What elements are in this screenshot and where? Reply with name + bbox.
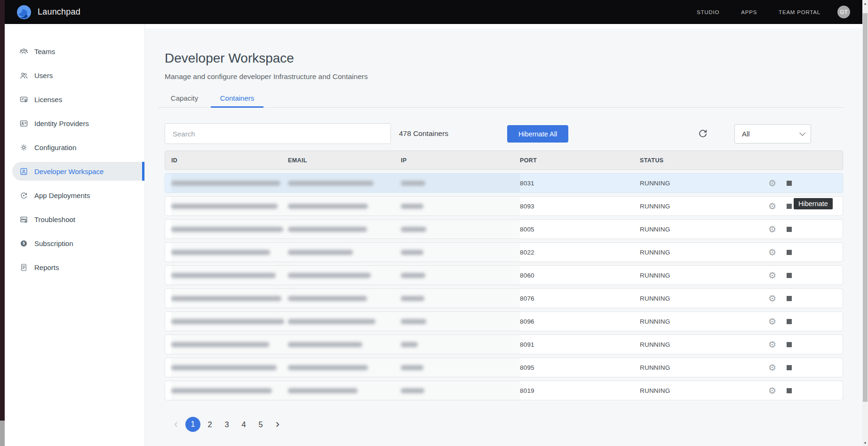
page-button-3[interactable]: 3: [218, 417, 235, 432]
scrollbar-thumb[interactable]: [863, 13, 868, 402]
sidebar-item-configuration[interactable]: Configuration: [5, 138, 144, 157]
table-row[interactable]: 8060RUNNING⚙: [165, 265, 843, 285]
redacted-email-cell: [288, 243, 401, 262]
settings-gear-icon[interactable]: ⚙: [768, 340, 776, 349]
top-link-apps[interactable]: APPS: [741, 9, 757, 15]
table-row[interactable]: 8076RUNNING⚙: [165, 288, 843, 308]
refresh-icon[interactable]: [698, 128, 708, 139]
tab-containers[interactable]: Containers: [211, 90, 263, 107]
redacted-email-cell: [288, 220, 401, 239]
settings-gear-icon[interactable]: ⚙: [768, 271, 776, 280]
table-row[interactable]: 8093RUNNING⚙: [165, 196, 843, 216]
tab-capacity[interactable]: Capacity: [158, 90, 211, 107]
chevron-right-icon[interactable]: ›: [269, 417, 286, 432]
stop-square-icon[interactable]: [787, 296, 792, 301]
subscription-icon: $: [19, 239, 28, 248]
window-scrollbar[interactable]: ▲ ▼: [862, 0, 868, 446]
sidebar-item-users[interactable]: Users: [5, 66, 144, 85]
chevron-left-icon[interactable]: ‹: [167, 417, 184, 432]
table-body: 8031RUNNING⚙8093RUNNING⚙8005RUNNING⚙8022…: [165, 173, 843, 404]
page-subtitle: Manage and configure developer Infrastru…: [165, 72, 368, 81]
sidebar-item-reports[interactable]: Reports: [5, 258, 144, 277]
stop-square-icon[interactable]: [787, 342, 792, 347]
sidebar-item-troubleshoot[interactable]: Troubleshoot: [5, 210, 144, 229]
reports-icon: [19, 263, 28, 272]
settings-gear-icon[interactable]: ⚙: [768, 294, 776, 303]
svg-text:$: $: [23, 241, 25, 246]
port-cell: 8091: [520, 341, 640, 348]
table-row[interactable]: 8005RUNNING⚙: [165, 219, 843, 239]
table-row[interactable]: 8095RUNNING⚙: [165, 358, 843, 377]
stop-square-icon[interactable]: [787, 365, 792, 370]
configuration-icon: [19, 143, 28, 152]
page-button-4[interactable]: 4: [235, 417, 252, 432]
search-input[interactable]: [165, 123, 391, 144]
redacted-email-cell: [288, 289, 401, 308]
scrollbar-down-icon[interactable]: ▼: [862, 439, 868, 446]
chevron-down-icon: [799, 130, 805, 136]
page-button-5[interactable]: 5: [252, 417, 269, 432]
user-avatar[interactable]: GT: [837, 6, 850, 18]
settings-gear-icon[interactable]: ⚙: [768, 225, 776, 234]
sidebar-item-app-deployments[interactable]: App Deployments: [5, 186, 144, 205]
table-row[interactable]: 8031RUNNING⚙: [165, 173, 843, 193]
row-actions: ⚙: [768, 294, 836, 303]
stop-square-icon[interactable]: [787, 227, 792, 232]
scrollbar-up-icon[interactable]: ▲: [862, 0, 868, 7]
redacted-ip-cell: [401, 174, 520, 192]
redacted-email-cell: [288, 266, 401, 285]
filter-select-value: All: [742, 130, 750, 138]
stop-square-icon[interactable]: [787, 250, 792, 255]
status-cell: RUNNING: [640, 249, 768, 256]
row-actions: ⚙: [768, 363, 836, 372]
top-nav-links: STUDIO APPS TEAM PORTAL: [697, 9, 820, 15]
row-actions: ⚙: [768, 271, 836, 280]
sidebar-item-identity-providers[interactable]: Identity Providers: [5, 114, 144, 133]
sidebar-item-teams[interactable]: Teams: [5, 42, 144, 61]
stop-square-icon[interactable]: [787, 273, 792, 278]
sidebar-item-label: Configuration: [34, 143, 76, 151]
table-row[interactable]: 8091RUNNING⚙: [165, 334, 843, 354]
stop-square-icon[interactable]: [787, 319, 792, 324]
settings-gear-icon[interactable]: ⚙: [768, 202, 776, 211]
settings-gear-icon[interactable]: ⚙: [768, 363, 776, 372]
top-link-team-portal[interactable]: TEAM PORTAL: [779, 9, 820, 15]
sidebar-item-label: Identity Providers: [34, 119, 89, 127]
redacted-ip-cell: [401, 312, 520, 331]
port-cell: 8022: [520, 249, 640, 256]
top-link-studio[interactable]: STUDIO: [697, 9, 719, 15]
redacted-ip-cell: [401, 197, 520, 215]
redacted-email-cell: [288, 335, 401, 354]
port-cell: 8019: [520, 387, 640, 394]
hibernate-all-button[interactable]: Hibernate All: [507, 125, 568, 143]
hibernate-tooltip: Hibernate: [794, 198, 833, 209]
table-row[interactable]: 8096RUNNING⚙: [165, 311, 843, 331]
page-button-2[interactable]: 2: [201, 417, 218, 432]
stop-square-icon[interactable]: [787, 204, 792, 209]
column-header-status: STATUS: [640, 157, 768, 164]
redacted-id-cell: [171, 335, 288, 354]
sidebar-item-developer-workspace[interactable]: Developer Workspace: [12, 162, 144, 181]
settings-gear-icon[interactable]: ⚙: [768, 386, 776, 395]
table-row[interactable]: 8019RUNNING⚙: [165, 381, 843, 400]
redacted-id-cell: [171, 312, 288, 331]
stop-square-icon[interactable]: [787, 388, 792, 393]
stop-square-icon[interactable]: [787, 181, 792, 186]
filter-select[interactable]: All: [734, 124, 811, 143]
row-actions: ⚙: [768, 179, 836, 188]
sidebar-item-licenses[interactable]: Licenses: [5, 90, 144, 109]
sidebar-item-subscription[interactable]: $Subscription: [5, 234, 144, 253]
row-actions: ⚙: [768, 225, 836, 234]
redacted-ip-cell: [401, 289, 520, 308]
settings-gear-icon[interactable]: ⚙: [768, 248, 776, 257]
settings-gear-icon[interactable]: ⚙: [768, 317, 776, 326]
table-row[interactable]: 8022RUNNING⚙: [165, 242, 843, 262]
settings-gear-icon[interactable]: ⚙: [768, 179, 776, 188]
sidebar-item-label: Teams: [34, 48, 55, 56]
port-cell: 8096: [520, 318, 640, 325]
pagination: ‹12345›: [167, 417, 286, 432]
page-button-1[interactable]: 1: [185, 417, 200, 432]
redacted-email-cell: [288, 381, 401, 400]
sidebar-item-label: Developer Workspace: [34, 167, 104, 175]
desktop-edge-strip: [0, 0, 5, 446]
